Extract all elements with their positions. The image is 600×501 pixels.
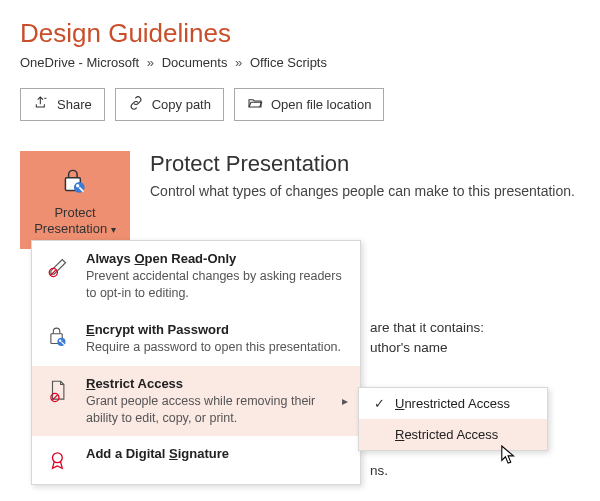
menu-desc: Prevent accidental changes by asking rea… (86, 268, 348, 302)
share-icon (33, 95, 49, 114)
open-location-label: Open file location (271, 97, 371, 112)
bg-text: are that it contains: (370, 320, 484, 335)
share-button[interactable]: Share (20, 88, 105, 121)
breadcrumb-part[interactable]: OneDrive - Microsoft (20, 55, 139, 70)
chevron-right-icon: ▸ (336, 376, 348, 427)
bg-text: uthor's name (370, 340, 448, 355)
restrict-access-submenu: ✓ Unrestricted Access Restricted Access (358, 387, 548, 451)
link-icon (128, 95, 144, 114)
menu-item-open-read-only[interactable]: Always Open Read-Only Prevent accidental… (32, 241, 360, 312)
breadcrumb-sep: » (235, 55, 242, 70)
protect-label-1: Protect (54, 205, 95, 220)
submenu-unrestricted[interactable]: ✓ Unrestricted Access (359, 388, 547, 419)
svg-point-10 (53, 453, 63, 463)
breadcrumb-part[interactable]: Office Scripts (250, 55, 327, 70)
protect-label-2: Presentation (34, 221, 107, 236)
chevron-down-icon: ▾ (111, 224, 116, 235)
doc-prohibit-icon (44, 376, 74, 427)
action-row: Share Copy path Open file location (20, 88, 580, 121)
lock-key-icon (44, 322, 74, 356)
open-location-button[interactable]: Open file location (234, 88, 384, 121)
protect-desc: Control what types of changes people can… (150, 183, 575, 199)
submenu-restricted[interactable]: Restricted Access (359, 419, 547, 450)
menu-item-restrict-access[interactable]: Restrict Access Grant people access whil… (32, 366, 360, 437)
protect-section: Protect Presentation ▾ Protect Presentat… (20, 151, 580, 249)
svg-point-7 (59, 339, 61, 341)
ribbon-icon (44, 446, 74, 474)
menu-desc: Grant people access while removing their… (86, 393, 324, 427)
svg-point-2 (76, 184, 79, 187)
menu-item-encrypt[interactable]: Encrypt with Password Require a password… (32, 312, 360, 366)
protect-presentation-button[interactable]: Protect Presentation ▾ (20, 151, 130, 249)
menu-item-digital-signature[interactable]: Add a Digital Signature (32, 436, 360, 484)
copy-path-label: Copy path (152, 97, 211, 112)
protect-menu: Always Open Read-Only Prevent accidental… (31, 240, 361, 485)
copy-path-button[interactable]: Copy path (115, 88, 224, 121)
check-icon: ✓ (371, 396, 387, 411)
breadcrumb: OneDrive - Microsoft » Documents » Offic… (20, 55, 580, 70)
menu-desc: Require a password to open this presenta… (86, 339, 348, 356)
protect-heading: Protect Presentation (150, 151, 575, 177)
share-label: Share (57, 97, 92, 112)
lock-key-icon (58, 164, 92, 201)
breadcrumb-part[interactable]: Documents (162, 55, 228, 70)
breadcrumb-sep: » (147, 55, 154, 70)
mouse-cursor-icon (500, 444, 518, 469)
bg-text: ns. (370, 463, 388, 478)
protect-description: Protect Presentation Control what types … (150, 151, 575, 199)
pencil-prohibit-icon (44, 251, 74, 302)
folder-open-icon (247, 95, 263, 114)
page-title: Design Guidelines (20, 18, 580, 49)
